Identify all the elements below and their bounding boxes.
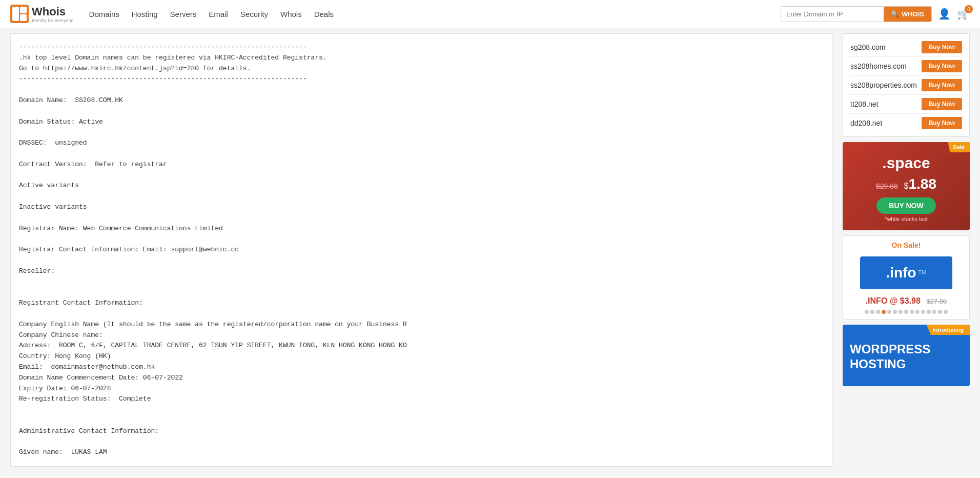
on-sale-label: On Sale!	[848, 241, 964, 249]
dot-13[interactable]	[932, 310, 936, 314]
wp-title-line1: WORDPRESS	[850, 342, 963, 357]
buy-now-btn-4[interactable]: Buy Now	[922, 98, 962, 110]
stocks-note: *while stocks last	[851, 216, 962, 222]
main-nav: Domains Hosting Servers Email Security W…	[89, 10, 781, 18]
logo-subtext: Identity for everyone	[32, 18, 74, 23]
logo-text: Whois	[32, 5, 66, 18]
domain-row-2: ss208homes.com Buy Now	[849, 57, 963, 76]
dot-2[interactable]	[870, 310, 874, 314]
dot-7[interactable]	[899, 310, 903, 314]
nav-whois[interactable]: Whois	[280, 10, 302, 18]
domain-name-3: ss208properties.com	[850, 81, 917, 89]
domain-row-4: tt208.net Buy Now	[849, 95, 963, 114]
search-input[interactable]	[781, 7, 884, 21]
introducing-badge: Introducing	[927, 325, 970, 335]
buy-now-btn-3[interactable]: Buy Now	[922, 79, 962, 91]
nav-domains[interactable]: Domains	[89, 10, 119, 18]
dot-3[interactable]	[876, 310, 880, 314]
search-area: 🔍 WHOIS	[781, 6, 932, 22]
logo-link[interactable]: Whois Identity for everyone	[10, 5, 74, 23]
svg-rect-1	[12, 7, 19, 21]
cart-icon[interactable]: 🛒0	[957, 8, 970, 20]
wp-hosting-title: WORDPRESS HOSTING	[850, 342, 963, 372]
info-current-price: .INFO @ $3.98	[866, 296, 921, 305]
buy-now-btn-5[interactable]: Buy Now	[922, 117, 962, 129]
domain-row-1: sg208.com Buy Now	[849, 38, 963, 57]
dot-9[interactable]	[910, 310, 914, 314]
domain-row-3: ss208properties.com Buy Now	[849, 76, 963, 95]
header-right: 🔍 WHOIS 👤 🛒0	[781, 6, 970, 22]
wp-hosting-card: Introducing WORDPRESS HOSTING	[843, 325, 970, 386]
wp-title-line2: HOSTING	[850, 357, 963, 372]
nav-servers[interactable]: Servers	[170, 10, 197, 18]
svg-rect-2	[20, 7, 27, 13]
svg-rect-3	[20, 14, 27, 21]
nav-deals[interactable]: Deals	[314, 10, 334, 18]
dot-14[interactable]	[938, 310, 942, 314]
dot-5[interactable]	[887, 310, 891, 314]
space-new-price: 1.88	[908, 176, 936, 192]
dot-1[interactable]	[865, 310, 869, 314]
page-wrapper: ----------------------------------------…	[0, 28, 980, 472]
info-sale-card: On Sale! .info TM .INFO @ $3.98 $27.88	[843, 235, 970, 320]
info-logo-area: .info TM	[860, 256, 953, 289]
info-price-area: .INFO @ $3.98 $27.88	[848, 296, 964, 306]
nav-hosting[interactable]: Hosting	[132, 10, 158, 18]
dot-11[interactable]	[921, 310, 925, 314]
dot-15[interactable]	[944, 310, 948, 314]
space-sale-card: Sale .space $29.88 $1.88 BUY NOW *while …	[843, 142, 970, 230]
dot-4[interactable]	[882, 310, 886, 314]
sidebar: sg208.com Buy Now ss208homes.com Buy Now…	[843, 33, 970, 467]
whois-text: ----------------------------------------…	[19, 42, 824, 458]
domain-name-1: sg208.com	[850, 43, 885, 51]
buy-now-btn-2[interactable]: Buy Now	[922, 60, 962, 72]
nav-security[interactable]: Security	[240, 10, 268, 18]
whois-search-button[interactable]: 🔍 WHOIS	[884, 7, 931, 22]
buy-now-btn-1[interactable]: Buy Now	[922, 41, 962, 53]
space-buy-now-btn[interactable]: BUY NOW	[876, 197, 935, 214]
domain-suggestions: sg208.com Buy Now ss208homes.com Buy Now…	[843, 33, 970, 137]
search-icon: 🔍	[891, 10, 899, 18]
space-price-area: $29.88 $1.88	[851, 176, 962, 192]
site-header: Whois Identity for everyone Domains Host…	[0, 0, 980, 28]
carousel-dots	[848, 310, 964, 314]
info-old-price: $27.88	[927, 297, 947, 305]
dot-8[interactable]	[904, 310, 908, 314]
whois-btn-label: WHOIS	[902, 10, 924, 18]
whois-result: ----------------------------------------…	[10, 33, 832, 467]
space-old-price: $29.88	[876, 182, 898, 190]
cart-count: 0	[965, 5, 973, 13]
dot-6[interactable]	[893, 310, 897, 314]
domain-name-2: ss208homes.com	[850, 62, 907, 70]
user-icon[interactable]: 👤	[938, 8, 951, 20]
domain-name-4: tt208.net	[850, 100, 879, 108]
logo-icon	[10, 5, 29, 23]
domain-row-5: dd208.net Buy Now	[849, 114, 963, 132]
dot-12[interactable]	[927, 310, 931, 314]
nav-email[interactable]: Email	[209, 10, 228, 18]
sale-badge: Sale	[948, 142, 970, 152]
domain-name-5: dd208.net	[850, 119, 882, 127]
info-logo-text: .info	[886, 265, 916, 281]
dot-10[interactable]	[915, 310, 920, 314]
space-domain-text: .space	[851, 154, 962, 172]
